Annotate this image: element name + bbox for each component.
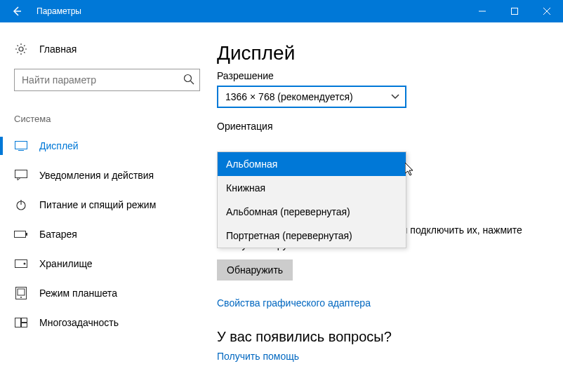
sidebar-item-multitask[interactable]: Многозадачность — [0, 308, 214, 337]
minimize-icon — [479, 8, 486, 15]
sidebar-item-tablet[interactable]: Режим планшета — [0, 278, 214, 308]
svg-point-4 — [19, 47, 23, 51]
sidebar-item-display[interactable]: Дисплей — [0, 131, 214, 161]
svg-rect-20 — [22, 318, 27, 323]
sidebar-item-notifications[interactable]: Уведомления и действия — [0, 161, 214, 190]
storage-icon — [14, 257, 28, 271]
svg-rect-12 — [15, 231, 26, 238]
help-heading: У вас появились вопросы? — [217, 329, 542, 345]
close-button[interactable] — [531, 0, 563, 22]
display-icon — [14, 139, 28, 153]
sidebar-item-label: Батарея — [39, 229, 77, 240]
sidebar-item-label: Режим планшета — [39, 288, 117, 299]
search-input[interactable] — [14, 69, 200, 91]
svg-point-5 — [185, 75, 192, 82]
sidebar: Главная Система Дисплей Уведомления и де… — [0, 22, 214, 392]
gear-icon — [14, 42, 28, 56]
resolution-select[interactable]: 1366 × 768 (рекомендуется) — [217, 86, 406, 108]
multitask-icon — [14, 316, 28, 330]
orientation-option[interactable]: Книжная — [218, 176, 406, 200]
search-wrapper — [14, 69, 200, 91]
adapter-properties-link[interactable]: Свойства графического адаптера — [217, 297, 371, 309]
sidebar-item-storage[interactable]: Хранилище — [0, 249, 214, 278]
power-icon — [14, 198, 28, 212]
page-title: Дисплей — [217, 42, 542, 65]
get-help-link[interactable]: Получить помощь — [217, 351, 299, 362]
detect-button[interactable]: Обнаружить — [217, 259, 293, 281]
cursor-icon — [405, 163, 416, 177]
minimize-button[interactable] — [466, 0, 498, 22]
svg-rect-17 — [18, 289, 25, 295]
sidebar-item-label: Уведомления и действия — [39, 170, 154, 181]
svg-rect-21 — [22, 323, 27, 327]
main-panel: Дисплей Разрешение 1366 × 768 (рекоменду… — [214, 22, 563, 392]
orientation-option[interactable]: Портретная (перевернутая) — [218, 224, 406, 248]
close-icon — [543, 8, 550, 15]
maximize-icon — [511, 8, 518, 15]
svg-line-6 — [191, 81, 194, 85]
chevron-down-icon — [391, 94, 399, 100]
svg-rect-1 — [512, 8, 518, 15]
sidebar-item-label: Дисплей — [39, 140, 79, 151]
sidebar-item-battery[interactable]: Батарея — [0, 219, 214, 249]
search-icon — [183, 74, 194, 85]
chat-icon — [14, 168, 28, 182]
svg-rect-7 — [15, 142, 27, 149]
orientation-dropdown: Альбомная Книжная Альбомная (перевернута… — [217, 151, 406, 248]
svg-rect-13 — [26, 233, 27, 236]
maximize-button[interactable] — [498, 0, 531, 22]
window-title: Параметры — [34, 6, 466, 16]
resolution-value: 1366 × 768 (рекомендуется) — [225, 91, 353, 102]
battery-icon — [14, 227, 28, 241]
svg-rect-9 — [15, 170, 27, 178]
sidebar-item-power[interactable]: Питание и спящий режим — [0, 190, 214, 219]
tablet-icon — [14, 286, 28, 300]
svg-point-18 — [20, 297, 22, 298]
titlebar: Параметры — [0, 0, 563, 22]
home-label: Главная — [39, 43, 77, 55]
category-label: Система — [0, 105, 214, 131]
resolution-label: Разрешение — [217, 70, 542, 81]
orientation-option[interactable]: Альбомная — [218, 152, 406, 176]
orientation-label: Ориентация — [217, 121, 542, 132]
home-link[interactable]: Главная — [0, 36, 214, 62]
arrow-left-icon — [11, 6, 22, 17]
sidebar-item-label: Хранилище — [39, 258, 93, 269]
svg-rect-19 — [15, 318, 21, 327]
svg-point-15 — [24, 263, 26, 265]
back-button[interactable] — [0, 0, 34, 22]
content: Главная Система Дисплей Уведомления и де… — [0, 22, 563, 392]
sidebar-item-label: Многозадачность — [39, 317, 119, 328]
sidebar-item-label: Питание и спящий режим — [39, 199, 156, 210]
orientation-option[interactable]: Альбомная (перевернутая) — [218, 200, 406, 224]
